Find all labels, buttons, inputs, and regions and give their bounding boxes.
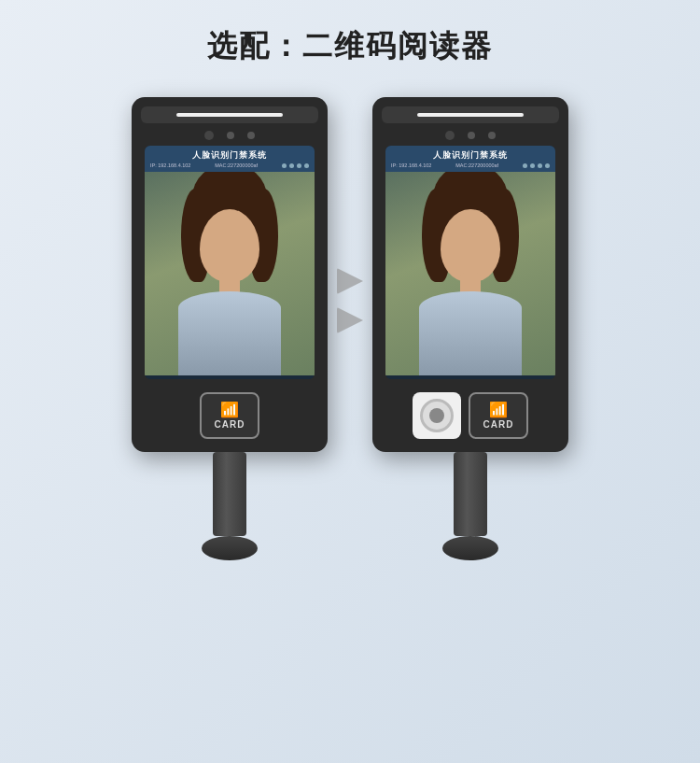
- arrow-1: [337, 268, 363, 294]
- device-2-face-area: [385, 172, 555, 375]
- device-2-screen-header: 人脸识别门禁系统 IP: 192.168.4.102 MAC:227200000…: [385, 146, 555, 172]
- device-1-card-label: CARD: [215, 419, 245, 430]
- device-2-base: [442, 536, 498, 560]
- device-2-pole: [454, 452, 487, 536]
- page-title: 选配：二维码阅读器: [207, 26, 493, 67]
- device-1-top-bar: [141, 106, 318, 123]
- device-2-screen-mac: MAC:227200000af: [455, 162, 498, 168]
- arrow-2: [337, 307, 363, 333]
- devices-container: 人脸识别门禁系统 IP: 192.168.4.102 MAC:227200000…: [0, 97, 700, 560]
- face-torso-1: [178, 291, 281, 375]
- device-1-sensors-row: [204, 131, 255, 140]
- device-1-card-button[interactable]: 📶 CARD: [200, 392, 259, 439]
- device-1-face-area: [145, 172, 315, 375]
- screen-icon-1: [282, 163, 287, 168]
- screen-icon-3: [297, 163, 301, 168]
- screen-icon-8: [545, 163, 550, 168]
- device-1-top-bar-line: [176, 113, 283, 117]
- device-2-sensors-row: [445, 131, 496, 140]
- device-2-screen-title: 人脸识别门禁系统: [391, 149, 550, 162]
- device-1-screen-info-row: IP: 192.168.4.102 MAC:227200000af: [150, 162, 309, 168]
- qr-scanner-lens: [420, 399, 454, 432]
- device-2-sensor-ir1: [468, 132, 475, 139]
- card-icon-2: 📶: [489, 403, 508, 417]
- device-1-sensor-ir2: [247, 132, 255, 139]
- device-2-card-label: CARD: [483, 419, 514, 430]
- device-2-screen: 人脸识别门禁系统 IP: 192.168.4.102 MAC:227200000…: [385, 146, 555, 379]
- device-2-body: 人脸识别门禁系统 IP: 192.168.4.102 MAC:227200000…: [372, 97, 568, 452]
- device-2-qr-scanner[interactable]: [413, 392, 461, 439]
- device-2-bottom: 📶 CARD: [382, 383, 559, 439]
- device-1-screen-mac: MAC:227200000af: [215, 162, 258, 168]
- device-2-screen-info-row: IP: 192.168.4.102 MAC:227200000af: [391, 162, 550, 168]
- device-1-body: 人脸识别门禁系统 IP: 192.168.4.102 MAC:227200000…: [132, 97, 328, 452]
- face-head-2: [441, 209, 500, 282]
- device-1-screen: 人脸识别门禁系统 IP: 192.168.4.102 MAC:227200000…: [145, 146, 315, 379]
- device-2-screen-ip: IP: 192.168.4.102: [391, 162, 431, 168]
- device-1-screen-ip: IP: 192.168.4.102: [150, 162, 190, 168]
- arrow-container: [337, 268, 363, 333]
- device-1-screen-title: 人脸识别门禁系统: [150, 149, 309, 162]
- device-1-screen-icons: [282, 163, 309, 168]
- screen-icon-7: [538, 163, 542, 168]
- screen-icon-5: [523, 163, 527, 168]
- device-2-sensor-camera: [445, 131, 455, 140]
- face-torso-2: [419, 291, 522, 375]
- device-2: 人脸识别门禁系统 IP: 192.168.4.102 MAC:227200000…: [372, 97, 568, 560]
- screen-icon-6: [530, 163, 535, 168]
- face-head-1: [200, 209, 259, 282]
- device-1-sensor-ir1: [227, 132, 234, 139]
- device-2-screen-icons: [523, 163, 550, 168]
- qr-scanner-inner: [429, 408, 444, 423]
- device-1: 人脸识别门禁系统 IP: 192.168.4.102 MAC:227200000…: [132, 97, 328, 560]
- device-1-screen-header: 人脸识别门禁系统 IP: 192.168.4.102 MAC:227200000…: [145, 146, 315, 172]
- device-1-base: [202, 536, 258, 560]
- screen-icon-4: [304, 163, 309, 168]
- device-2-top-bar: [382, 106, 559, 123]
- device-1-sensor-camera: [204, 131, 214, 140]
- card-icon-1: 📶: [220, 403, 239, 417]
- device-2-card-button[interactable]: 📶 CARD: [469, 392, 528, 439]
- screen-icon-2: [289, 163, 294, 168]
- device-1-bottom: 📶 CARD: [141, 383, 318, 439]
- device-2-sensor-ir2: [488, 132, 496, 139]
- device-1-pole: [213, 452, 246, 536]
- device-2-top-bar-line: [417, 113, 524, 117]
